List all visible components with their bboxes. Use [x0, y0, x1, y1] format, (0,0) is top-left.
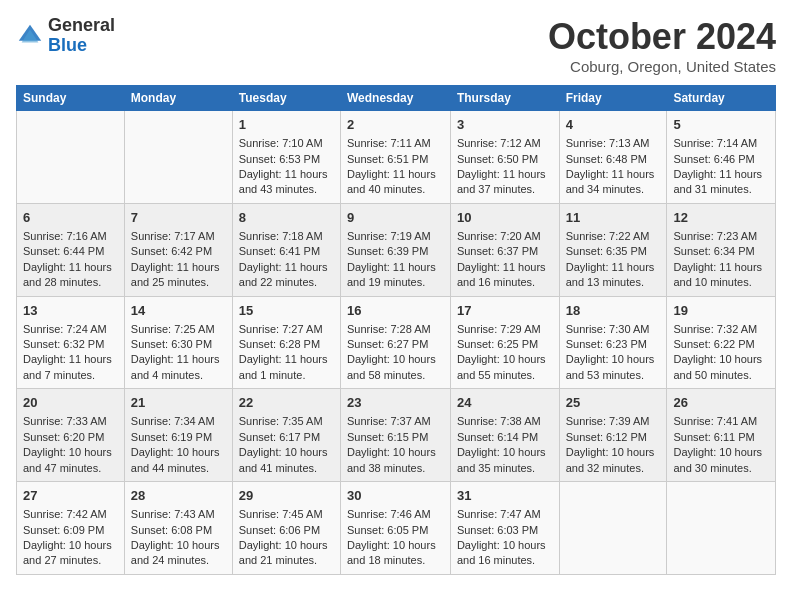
calendar-week-1: 1Sunrise: 7:10 AMSunset: 6:53 PMDaylight…	[17, 111, 776, 204]
day-info: Sunrise: 7:39 AM	[566, 414, 661, 429]
calendar-cell	[559, 482, 667, 575]
day-info: Sunrise: 7:13 AM	[566, 136, 661, 151]
day-info: Sunrise: 7:12 AM	[457, 136, 553, 151]
day-number: 9	[347, 209, 444, 227]
calendar-cell: 10Sunrise: 7:20 AMSunset: 6:37 PMDayligh…	[450, 203, 559, 296]
day-info: Sunrise: 7:32 AM	[673, 322, 769, 337]
calendar-cell: 6Sunrise: 7:16 AMSunset: 6:44 PMDaylight…	[17, 203, 125, 296]
day-number: 6	[23, 209, 118, 227]
day-info: Sunrise: 7:20 AM	[457, 229, 553, 244]
day-info: Sunset: 6:32 PM	[23, 337, 118, 352]
day-info: Sunrise: 7:23 AM	[673, 229, 769, 244]
day-info: Daylight: 10 hours and 47 minutes.	[23, 445, 118, 476]
day-number: 21	[131, 394, 226, 412]
day-info: Daylight: 11 hours and 31 minutes.	[673, 167, 769, 198]
calendar-cell: 27Sunrise: 7:42 AMSunset: 6:09 PMDayligh…	[17, 482, 125, 575]
day-info: Sunset: 6:35 PM	[566, 244, 661, 259]
day-info: Daylight: 10 hours and 55 minutes.	[457, 352, 553, 383]
weekday-header-thursday: Thursday	[450, 86, 559, 111]
day-number: 14	[131, 302, 226, 320]
day-info: Sunset: 6:37 PM	[457, 244, 553, 259]
day-info: Daylight: 11 hours and 16 minutes.	[457, 260, 553, 291]
day-info: Sunset: 6:23 PM	[566, 337, 661, 352]
day-info: Daylight: 11 hours and 25 minutes.	[131, 260, 226, 291]
day-info: Sunset: 6:28 PM	[239, 337, 334, 352]
calendar-cell	[124, 111, 232, 204]
day-info: Sunrise: 7:35 AM	[239, 414, 334, 429]
day-number: 16	[347, 302, 444, 320]
calendar-cell: 26Sunrise: 7:41 AMSunset: 6:11 PMDayligh…	[667, 389, 776, 482]
day-number: 12	[673, 209, 769, 227]
calendar-cell: 15Sunrise: 7:27 AMSunset: 6:28 PMDayligh…	[232, 296, 340, 389]
day-info: Sunset: 6:48 PM	[566, 152, 661, 167]
calendar-cell: 19Sunrise: 7:32 AMSunset: 6:22 PMDayligh…	[667, 296, 776, 389]
day-number: 8	[239, 209, 334, 227]
day-info: Sunrise: 7:17 AM	[131, 229, 226, 244]
day-info: Sunset: 6:17 PM	[239, 430, 334, 445]
day-number: 17	[457, 302, 553, 320]
day-info: Sunrise: 7:34 AM	[131, 414, 226, 429]
day-info: Sunset: 6:25 PM	[457, 337, 553, 352]
calendar-cell: 16Sunrise: 7:28 AMSunset: 6:27 PMDayligh…	[340, 296, 450, 389]
day-number: 4	[566, 116, 661, 134]
day-number: 28	[131, 487, 226, 505]
calendar-cell: 22Sunrise: 7:35 AMSunset: 6:17 PMDayligh…	[232, 389, 340, 482]
day-info: Sunset: 6:34 PM	[673, 244, 769, 259]
day-info: Daylight: 11 hours and 10 minutes.	[673, 260, 769, 291]
day-number: 11	[566, 209, 661, 227]
day-number: 27	[23, 487, 118, 505]
calendar-cell: 21Sunrise: 7:34 AMSunset: 6:19 PMDayligh…	[124, 389, 232, 482]
day-info: Sunrise: 7:14 AM	[673, 136, 769, 151]
day-info: Sunrise: 7:27 AM	[239, 322, 334, 337]
month-title: October 2024	[548, 16, 776, 58]
day-info: Sunrise: 7:37 AM	[347, 414, 444, 429]
day-info: Daylight: 10 hours and 41 minutes.	[239, 445, 334, 476]
day-info: Sunrise: 7:16 AM	[23, 229, 118, 244]
calendar-week-5: 27Sunrise: 7:42 AMSunset: 6:09 PMDayligh…	[17, 482, 776, 575]
weekday-header-tuesday: Tuesday	[232, 86, 340, 111]
day-info: Sunset: 6:22 PM	[673, 337, 769, 352]
day-info: Daylight: 11 hours and 28 minutes.	[23, 260, 118, 291]
day-number: 5	[673, 116, 769, 134]
day-info: Daylight: 10 hours and 58 minutes.	[347, 352, 444, 383]
day-info: Sunset: 6:39 PM	[347, 244, 444, 259]
calendar-cell: 12Sunrise: 7:23 AMSunset: 6:34 PMDayligh…	[667, 203, 776, 296]
calendar-cell: 3Sunrise: 7:12 AMSunset: 6:50 PMDaylight…	[450, 111, 559, 204]
weekday-header-sunday: Sunday	[17, 86, 125, 111]
day-number: 3	[457, 116, 553, 134]
day-info: Sunset: 6:20 PM	[23, 430, 118, 445]
logo-text: General Blue	[48, 16, 115, 56]
day-number: 22	[239, 394, 334, 412]
weekday-header-friday: Friday	[559, 86, 667, 111]
day-number: 20	[23, 394, 118, 412]
day-info: Daylight: 11 hours and 43 minutes.	[239, 167, 334, 198]
day-info: Sunrise: 7:45 AM	[239, 507, 334, 522]
day-info: Daylight: 10 hours and 16 minutes.	[457, 538, 553, 569]
day-info: Sunset: 6:06 PM	[239, 523, 334, 538]
day-info: Sunrise: 7:42 AM	[23, 507, 118, 522]
day-number: 24	[457, 394, 553, 412]
day-info: Sunrise: 7:38 AM	[457, 414, 553, 429]
day-info: Sunrise: 7:24 AM	[23, 322, 118, 337]
calendar-cell: 18Sunrise: 7:30 AMSunset: 6:23 PMDayligh…	[559, 296, 667, 389]
day-number: 26	[673, 394, 769, 412]
weekday-header-wednesday: Wednesday	[340, 86, 450, 111]
calendar-cell: 13Sunrise: 7:24 AMSunset: 6:32 PMDayligh…	[17, 296, 125, 389]
day-info: Sunrise: 7:47 AM	[457, 507, 553, 522]
weekday-header-saturday: Saturday	[667, 86, 776, 111]
logo: General Blue	[16, 16, 115, 56]
calendar-cell: 31Sunrise: 7:47 AMSunset: 6:03 PMDayligh…	[450, 482, 559, 575]
day-info: Sunset: 6:11 PM	[673, 430, 769, 445]
calendar-cell: 4Sunrise: 7:13 AMSunset: 6:48 PMDaylight…	[559, 111, 667, 204]
calendar-cell: 17Sunrise: 7:29 AMSunset: 6:25 PMDayligh…	[450, 296, 559, 389]
calendar-cell: 1Sunrise: 7:10 AMSunset: 6:53 PMDaylight…	[232, 111, 340, 204]
calendar-cell: 28Sunrise: 7:43 AMSunset: 6:08 PMDayligh…	[124, 482, 232, 575]
day-info: Daylight: 10 hours and 35 minutes.	[457, 445, 553, 476]
day-info: Sunset: 6:15 PM	[347, 430, 444, 445]
day-info: Sunrise: 7:25 AM	[131, 322, 226, 337]
day-info: Sunrise: 7:29 AM	[457, 322, 553, 337]
day-number: 15	[239, 302, 334, 320]
day-info: Sunrise: 7:28 AM	[347, 322, 444, 337]
calendar-cell: 8Sunrise: 7:18 AMSunset: 6:41 PMDaylight…	[232, 203, 340, 296]
day-info: Sunrise: 7:19 AM	[347, 229, 444, 244]
